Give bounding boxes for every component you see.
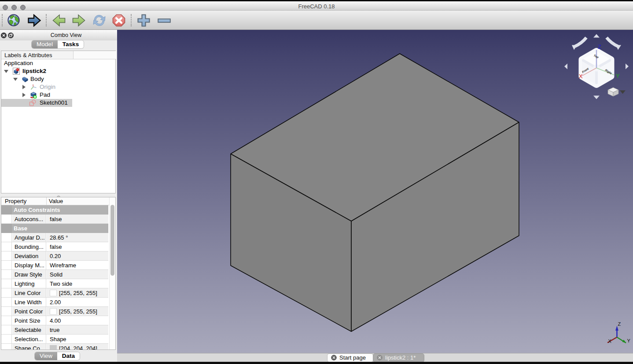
svg-text:Y: Y <box>627 338 631 343</box>
svg-text:Z: Z <box>598 44 601 50</box>
svg-text:X: X <box>579 73 583 80</box>
svg-text:Z: Z <box>618 321 621 327</box>
svg-text:X: X <box>608 339 612 344</box>
svg-text:Y: Y <box>616 73 620 79</box>
